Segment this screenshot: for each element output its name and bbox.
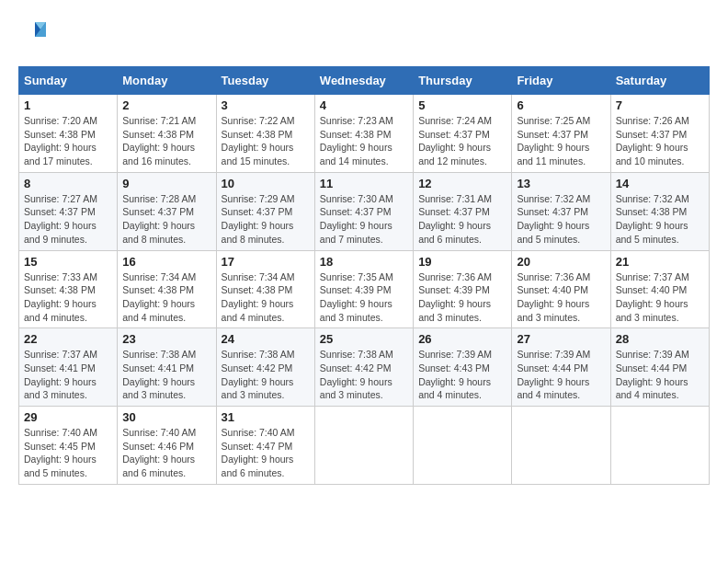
calendar-cell: 30 Sunrise: 7:40 AM Sunset: 4:46 PM Dayl… — [118, 407, 216, 485]
calendar-cell: 2 Sunrise: 7:21 AM Sunset: 4:38 PM Dayli… — [118, 95, 216, 173]
day-number: 2 — [122, 98, 210, 112]
calendar-cell: 7 Sunrise: 7:26 AM Sunset: 4:37 PM Dayli… — [610, 95, 709, 173]
day-info: Sunrise: 7:34 AM Sunset: 4:38 PM Dayligh… — [222, 270, 310, 325]
day-number: 28 — [616, 332, 704, 346]
calendar-week-row: 15 Sunrise: 7:33 AM Sunset: 4:38 PM Dayl… — [19, 250, 710, 328]
day-number: 26 — [418, 332, 506, 346]
day-number: 24 — [222, 332, 310, 346]
day-number: 11 — [320, 177, 408, 190]
day-info: Sunrise: 7:37 AM Sunset: 4:41 PM Dayligh… — [24, 348, 112, 402]
day-info: Sunrise: 7:25 AM Sunset: 4:37 PM Dayligh… — [517, 114, 605, 168]
day-info: Sunrise: 7:32 AM Sunset: 4:38 PM Dayligh… — [616, 192, 704, 247]
calendar-week-row: 22 Sunrise: 7:37 AM Sunset: 4:41 PM Dayl… — [19, 328, 710, 407]
day-number: 27 — [517, 332, 605, 346]
day-info: Sunrise: 7:31 AM Sunset: 4:37 PM Dayligh… — [418, 192, 506, 247]
day-info: Sunrise: 7:20 AM Sunset: 4:38 PM Dayligh… — [24, 114, 112, 168]
page-header — [18, 18, 710, 52]
calendar-cell: 12 Sunrise: 7:31 AM Sunset: 4:37 PM Dayl… — [414, 172, 512, 250]
calendar-cell: 21 Sunrise: 7:37 AM Sunset: 4:40 PM Dayl… — [610, 250, 709, 328]
calendar-cell: 24 Sunrise: 7:38 AM Sunset: 4:42 PM Dayl… — [216, 328, 314, 407]
day-info: Sunrise: 7:40 AM Sunset: 4:45 PM Dayligh… — [24, 426, 112, 480]
day-header-thursday: Thursday — [414, 67, 512, 95]
calendar-cell: 6 Sunrise: 7:25 AM Sunset: 4:37 PM Dayli… — [512, 95, 610, 173]
calendar-cell: 3 Sunrise: 7:22 AM Sunset: 4:38 PM Dayli… — [216, 95, 314, 173]
calendar-cell — [512, 407, 610, 485]
calendar-cell: 29 Sunrise: 7:40 AM Sunset: 4:45 PM Dayl… — [19, 407, 118, 485]
calendar-cell: 23 Sunrise: 7:38 AM Sunset: 4:41 PM Dayl… — [118, 328, 216, 407]
calendar-cell: 28 Sunrise: 7:39 AM Sunset: 4:44 PM Dayl… — [610, 328, 709, 407]
calendar-cell: 4 Sunrise: 7:23 AM Sunset: 4:38 PM Dayli… — [314, 95, 413, 173]
day-number: 5 — [418, 98, 506, 112]
calendar-cell: 31 Sunrise: 7:40 AM Sunset: 4:47 PM Dayl… — [216, 407, 314, 485]
day-number: 7 — [616, 98, 704, 112]
day-info: Sunrise: 7:22 AM Sunset: 4:38 PM Dayligh… — [222, 114, 310, 168]
day-number: 20 — [517, 255, 605, 269]
calendar-cell: 11 Sunrise: 7:30 AM Sunset: 4:37 PM Dayl… — [314, 172, 413, 250]
day-number: 22 — [24, 332, 112, 346]
calendar-week-row: 29 Sunrise: 7:40 AM Sunset: 4:45 PM Dayl… — [19, 407, 710, 485]
calendar-cell: 15 Sunrise: 7:33 AM Sunset: 4:38 PM Dayl… — [19, 250, 118, 328]
day-header-wednesday: Wednesday — [314, 67, 413, 95]
day-header-saturday: Saturday — [610, 67, 709, 95]
day-number: 4 — [320, 98, 408, 112]
day-info: Sunrise: 7:34 AM Sunset: 4:38 PM Dayligh… — [122, 270, 210, 325]
day-info: Sunrise: 7:38 AM Sunset: 4:42 PM Dayligh… — [222, 348, 310, 402]
day-header-friday: Friday — [512, 67, 610, 95]
day-info: Sunrise: 7:21 AM Sunset: 4:38 PM Dayligh… — [122, 114, 210, 168]
day-number: 6 — [517, 98, 605, 112]
calendar-cell: 26 Sunrise: 7:39 AM Sunset: 4:43 PM Dayl… — [414, 328, 512, 407]
day-info: Sunrise: 7:26 AM Sunset: 4:37 PM Dayligh… — [616, 114, 704, 168]
day-info: Sunrise: 7:40 AM Sunset: 4:46 PM Dayligh… — [122, 426, 210, 480]
calendar-header-row: SundayMondayTuesdayWednesdayThursdayFrid… — [19, 67, 710, 95]
day-info: Sunrise: 7:40 AM Sunset: 4:47 PM Dayligh… — [222, 426, 310, 480]
day-info: Sunrise: 7:32 AM Sunset: 4:37 PM Dayligh… — [517, 192, 605, 247]
day-header-tuesday: Tuesday — [216, 67, 314, 95]
day-number: 23 — [122, 332, 210, 346]
day-info: Sunrise: 7:39 AM Sunset: 4:44 PM Dayligh… — [517, 348, 605, 402]
day-info: Sunrise: 7:37 AM Sunset: 4:40 PM Dayligh… — [616, 270, 704, 325]
day-info: Sunrise: 7:33 AM Sunset: 4:38 PM Dayligh… — [24, 270, 112, 325]
day-info: Sunrise: 7:38 AM Sunset: 4:41 PM Dayligh… — [122, 348, 210, 402]
day-info: Sunrise: 7:38 AM Sunset: 4:42 PM Dayligh… — [320, 348, 408, 402]
day-number: 9 — [122, 177, 210, 190]
calendar-cell: 25 Sunrise: 7:38 AM Sunset: 4:42 PM Dayl… — [314, 328, 413, 407]
calendar-cell — [414, 407, 512, 485]
day-info: Sunrise: 7:27 AM Sunset: 4:37 PM Dayligh… — [24, 192, 112, 247]
calendar-cell: 10 Sunrise: 7:29 AM Sunset: 4:37 PM Dayl… — [216, 172, 314, 250]
calendar-cell: 16 Sunrise: 7:34 AM Sunset: 4:38 PM Dayl… — [118, 250, 216, 328]
day-number: 18 — [320, 255, 408, 269]
day-header-monday: Monday — [118, 67, 216, 95]
logo — [18, 18, 48, 52]
day-info: Sunrise: 7:39 AM Sunset: 4:43 PM Dayligh… — [418, 348, 506, 402]
calendar-table: SundayMondayTuesdayWednesdayThursdayFrid… — [18, 66, 710, 485]
calendar-cell: 22 Sunrise: 7:37 AM Sunset: 4:41 PM Dayl… — [19, 328, 118, 407]
day-number: 25 — [320, 332, 408, 346]
day-header-sunday: Sunday — [19, 67, 118, 95]
calendar-cell: 9 Sunrise: 7:28 AM Sunset: 4:37 PM Dayli… — [118, 172, 216, 250]
day-number: 31 — [222, 410, 310, 424]
day-info: Sunrise: 7:39 AM Sunset: 4:44 PM Dayligh… — [616, 348, 704, 402]
calendar-cell: 8 Sunrise: 7:27 AM Sunset: 4:37 PM Dayli… — [19, 172, 118, 250]
day-number: 3 — [222, 98, 310, 112]
day-number: 13 — [517, 177, 605, 190]
day-number: 29 — [24, 410, 112, 424]
calendar-cell — [314, 407, 413, 485]
calendar-cell: 1 Sunrise: 7:20 AM Sunset: 4:38 PM Dayli… — [19, 95, 118, 173]
logo-icon — [18, 18, 48, 48]
day-number: 21 — [616, 255, 704, 269]
day-number: 16 — [122, 255, 210, 269]
day-number: 12 — [418, 177, 506, 190]
calendar-cell: 18 Sunrise: 7:35 AM Sunset: 4:39 PM Dayl… — [314, 250, 413, 328]
day-number: 8 — [24, 177, 112, 190]
day-info: Sunrise: 7:36 AM Sunset: 4:40 PM Dayligh… — [517, 270, 605, 325]
calendar-week-row: 8 Sunrise: 7:27 AM Sunset: 4:37 PM Dayli… — [19, 172, 710, 250]
calendar-cell: 27 Sunrise: 7:39 AM Sunset: 4:44 PM Dayl… — [512, 328, 610, 407]
day-info: Sunrise: 7:23 AM Sunset: 4:38 PM Dayligh… — [320, 114, 408, 168]
day-number: 1 — [24, 98, 112, 112]
day-info: Sunrise: 7:28 AM Sunset: 4:37 PM Dayligh… — [122, 192, 210, 247]
day-number: 15 — [24, 255, 112, 269]
calendar-cell: 17 Sunrise: 7:34 AM Sunset: 4:38 PM Dayl… — [216, 250, 314, 328]
day-number: 19 — [418, 255, 506, 269]
calendar-cell: 20 Sunrise: 7:36 AM Sunset: 4:40 PM Dayl… — [512, 250, 610, 328]
calendar-cell: 19 Sunrise: 7:36 AM Sunset: 4:39 PM Dayl… — [414, 250, 512, 328]
